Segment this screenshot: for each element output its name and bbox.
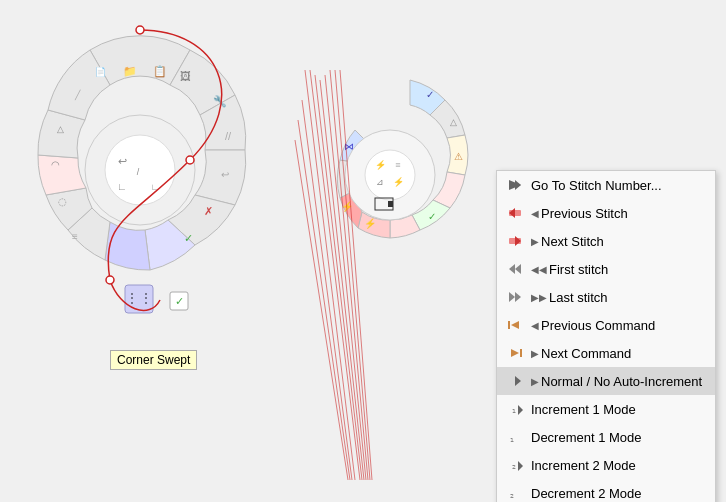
first-stitch-icon [505, 259, 525, 279]
corner-swept-tooltip: Corner Swept [110, 350, 197, 370]
svg-text://: // [225, 130, 232, 142]
svg-text:∟: ∟ [117, 181, 127, 192]
svg-text:🖼: 🖼 [180, 70, 191, 82]
prev-stitch-arrow: ◀ [531, 208, 539, 219]
dec1-label: Decrement 1 Mode [531, 430, 642, 445]
inc1-label: Increment 1 Mode [531, 402, 636, 417]
svg-point-26 [106, 276, 114, 284]
svg-text:△: △ [57, 124, 64, 134]
svg-marker-57 [509, 208, 515, 218]
first-stitch-label: First stitch [549, 262, 608, 277]
inc1-icon: ₁ [505, 399, 525, 419]
svg-text:◌: ◌ [58, 196, 67, 207]
svg-text:↩: ↩ [221, 169, 229, 180]
svg-text:≡: ≡ [72, 231, 78, 242]
svg-marker-66 [511, 349, 519, 357]
svg-marker-55 [515, 180, 521, 190]
circular-menu-left: 📁 📋 🖼 🔧 // ↩ ✗ ✓ ≡ ◌ ◠ △ ╱ 📄 ↩ / ∟ ∟ ⋮⋮ … [20, 20, 260, 360]
svg-marker-74 [518, 461, 523, 471]
menu-item-prev-command[interactable]: ◀ Previous Command [497, 311, 715, 339]
svg-line-46 [330, 70, 368, 480]
prev-command-icon [505, 315, 525, 335]
svg-text:✓: ✓ [184, 232, 193, 244]
menu-item-inc1[interactable]: ₁ Increment 1 Mode [497, 395, 715, 423]
next-command-label: Next Command [541, 346, 631, 361]
next-command-arrow: ▶ [531, 348, 539, 359]
prev-command-label: Previous Command [541, 318, 655, 333]
prev-stitch-icon [505, 203, 525, 223]
svg-text:📁: 📁 [123, 64, 137, 78]
svg-point-24 [136, 26, 144, 34]
svg-text:∟: ∟ [151, 182, 160, 192]
svg-text:◠: ◠ [51, 159, 60, 170]
svg-text:↩: ↩ [118, 155, 127, 167]
last-stitch-arrow: ▶▶ [531, 292, 547, 303]
svg-text:⚠: ⚠ [454, 151, 463, 162]
last-stitch-label: Last stitch [549, 290, 608, 305]
dec2-label: Decrement 2 Mode [531, 486, 642, 501]
next-stitch-arrow: ▶ [531, 236, 539, 247]
menu-item-goto-stitch[interactable]: Go To Stitch Number... [497, 171, 715, 199]
next-stitch-label: Next Stitch [541, 234, 604, 249]
menu-item-normal-mode[interactable]: ▶ Normal / No Auto-Increment [497, 367, 715, 395]
goto-stitch-icon [505, 175, 525, 195]
svg-marker-64 [511, 321, 519, 329]
svg-marker-61 [515, 264, 521, 274]
menu-item-dec2[interactable]: ₂ Decrement 2 Mode [497, 479, 715, 502]
embroidery-svg: ✓ △ ⚠ ✓ ⚡ ⚡ ⋈ ⚡ ≡ ⊿ ⚡ [290, 20, 490, 480]
dec2-icon: ₂ [505, 483, 525, 502]
menu-item-next-command[interactable]: ▶ Next Command [497, 339, 715, 367]
menu-item-first-stitch[interactable]: ◀◀ First stitch [497, 255, 715, 283]
menu-item-inc2[interactable]: ₂ Increment 2 Mode [497, 451, 715, 479]
svg-text:╱: ╱ [74, 89, 81, 101]
normal-mode-arrow: ▶ [531, 376, 539, 387]
svg-marker-62 [509, 292, 515, 302]
svg-text:₁: ₁ [510, 433, 514, 444]
svg-text:₁: ₁ [512, 404, 516, 415]
first-stitch-arrow: ◀◀ [531, 264, 547, 275]
context-menu: Go To Stitch Number... ◀ Previous Stitch… [496, 170, 716, 502]
svg-text:⚡: ⚡ [375, 159, 387, 171]
inc2-label: Increment 2 Mode [531, 458, 636, 473]
inc2-icon: ₂ [505, 455, 525, 475]
svg-text:✓: ✓ [426, 89, 434, 100]
svg-marker-59 [515, 236, 521, 246]
prev-command-arrow: ◀ [531, 320, 539, 331]
svg-text:✓: ✓ [175, 295, 184, 307]
svg-rect-53 [388, 201, 393, 207]
embroidery-area: ✓ △ ⚠ ✓ ⚡ ⚡ ⋈ ⚡ ≡ ⊿ ⚡ [290, 20, 490, 480]
normal-mode-label: Normal / No Auto-Increment [541, 374, 702, 389]
prev-stitch-label: Previous Stitch [541, 206, 628, 221]
svg-text:📄: 📄 [95, 66, 107, 78]
svg-text:✗: ✗ [204, 205, 213, 217]
normal-mode-icon [505, 371, 525, 391]
last-stitch-icon [505, 287, 525, 307]
svg-text:⊿: ⊿ [376, 177, 384, 187]
svg-text:⋮⋮: ⋮⋮ [125, 290, 153, 306]
svg-point-36 [365, 150, 415, 200]
menu-item-dec1[interactable]: ₁ Decrement 1 Mode [497, 423, 715, 451]
svg-marker-70 [518, 405, 523, 415]
next-stitch-icon [505, 231, 525, 251]
svg-text:△: △ [450, 117, 457, 127]
ring-svg-left: 📁 📋 🖼 🔧 // ↩ ✗ ✓ ≡ ◌ ◠ △ ╱ 📄 ↩ / ∟ ∟ ⋮⋮ … [20, 20, 260, 350]
svg-marker-63 [515, 292, 521, 302]
svg-marker-68 [515, 376, 521, 386]
goto-stitch-label: Go To Stitch Number... [531, 178, 662, 193]
svg-text:⚡: ⚡ [393, 176, 405, 188]
svg-text:≡: ≡ [395, 160, 400, 170]
svg-text:₂: ₂ [510, 489, 514, 500]
svg-text:⚡: ⚡ [364, 217, 377, 230]
svg-text:✓: ✓ [428, 211, 436, 222]
next-command-icon [505, 343, 525, 363]
svg-marker-60 [509, 264, 515, 274]
menu-item-last-stitch[interactable]: ▶▶ Last stitch [497, 283, 715, 311]
dec1-icon: ₁ [505, 427, 525, 447]
svg-point-25 [186, 156, 194, 164]
menu-item-prev-stitch[interactable]: ◀ Previous Stitch [497, 199, 715, 227]
svg-point-1 [105, 135, 175, 205]
svg-line-41 [305, 70, 355, 480]
svg-text:₂: ₂ [512, 460, 516, 471]
menu-item-next-stitch[interactable]: ▶ Next Stitch [497, 227, 715, 255]
svg-text:📋: 📋 [153, 64, 167, 78]
